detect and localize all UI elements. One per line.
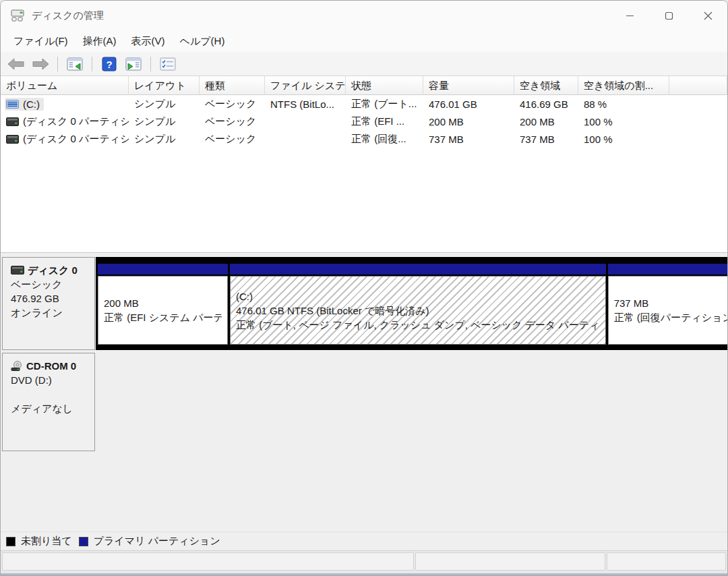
volume-name: (ディスク 0 パーティシ... bbox=[23, 133, 129, 146]
column-header-free-pct[interactable]: 空き領域の割... bbox=[578, 76, 669, 95]
graphical-view: ディスク 0 ベーシック 476.92 GB オンライン 200 MB 正常 (… bbox=[1, 253, 727, 550]
app-icon bbox=[10, 9, 25, 22]
column-header-volume[interactable]: ボリューム bbox=[1, 76, 129, 95]
cell-type: ベーシック bbox=[200, 130, 265, 148]
cell-free: 737 MB bbox=[514, 130, 578, 148]
disk0-name: ディスク 0 bbox=[28, 263, 78, 277]
primary-partition-swatch bbox=[79, 537, 88, 546]
cell-capacity: 737 MB bbox=[423, 130, 514, 148]
cdrom-row: CD-ROM 0 DVD (D:) メディアなし bbox=[2, 353, 726, 451]
efi-size: 200 MB bbox=[104, 296, 222, 310]
properties-icon[interactable] bbox=[158, 55, 178, 74]
cell-status: 正常 (EFI ... bbox=[346, 113, 423, 130]
unallocated-swatch bbox=[6, 537, 16, 546]
efi-status: 正常 (EFI システム パーティ bbox=[104, 310, 222, 324]
cdrom-info-card[interactable]: CD-ROM 0 DVD (D:) メディアなし bbox=[2, 353, 95, 451]
cell-fs bbox=[265, 113, 346, 130]
partition-icon bbox=[6, 117, 19, 126]
back-arrow-icon[interactable] bbox=[6, 55, 26, 74]
menu-view[interactable]: 表示(V) bbox=[124, 32, 173, 51]
column-header-capacity[interactable]: 容量 bbox=[423, 76, 514, 95]
status-pane-right bbox=[607, 552, 726, 571]
volume-row-c[interactable]: (C:) シンプル ベーシック NTFS (BitLo... 正常 (ブート..… bbox=[1, 95, 727, 113]
recovery-status: 正常 (回復パーティション) bbox=[614, 310, 728, 324]
menu-bar: ファイル(F) 操作(A) 表示(V) ヘルプ(H) bbox=[1, 30, 727, 52]
cell-pct: 88 % bbox=[578, 95, 669, 113]
status-bar bbox=[1, 550, 727, 573]
cell-type: ベーシック bbox=[200, 113, 265, 130]
partition-color-band bbox=[608, 264, 728, 275]
cell-free: 416.69 GB bbox=[514, 95, 578, 113]
forward-arrow-icon[interactable] bbox=[30, 55, 51, 74]
primary-partition-label: プライマリ パーティション bbox=[94, 535, 220, 548]
c-label: (C:) bbox=[236, 289, 600, 304]
disk0-partition-strip: 200 MB 正常 (EFI システム パーティ (C:) 476.01 GB … bbox=[96, 257, 728, 350]
help-icon[interactable]: ? bbox=[99, 55, 119, 74]
column-header-status[interactable]: 状態 bbox=[346, 76, 423, 95]
c-status: 正常 (ブート, ページ ファイル, クラッシュ ダンプ, ベーシック データ … bbox=[236, 318, 600, 332]
volume-name: (C:) bbox=[23, 98, 40, 110]
column-header-type[interactable]: 種類 bbox=[200, 76, 265, 95]
cell-layout: シンプル bbox=[129, 95, 200, 113]
toolbar-separator bbox=[57, 57, 58, 71]
partition-recovery[interactable]: 737 MB 正常 (回復パーティション) bbox=[608, 264, 728, 345]
console-tree-icon[interactable] bbox=[65, 55, 85, 74]
cell-pct: 100 % bbox=[578, 130, 669, 148]
minimize-button[interactable] bbox=[610, 1, 649, 30]
svg-text:?: ? bbox=[106, 58, 112, 69]
volume-name: (ディスク 0 パーティシ... bbox=[23, 115, 129, 128]
menu-action[interactable]: 操作(A) bbox=[75, 32, 124, 51]
toolbar-separator bbox=[92, 57, 92, 71]
cell-status: 正常 (ブート... bbox=[346, 95, 423, 113]
disk0-info-card[interactable]: ディスク 0 ベーシック 476.92 GB オンライン bbox=[2, 257, 95, 350]
disk0-row: ディスク 0 ベーシック 476.92 GB オンライン 200 MB 正常 (… bbox=[2, 257, 726, 350]
partition-color-band bbox=[98, 264, 228, 275]
window-bottom-edge bbox=[1, 573, 727, 575]
disk-icon bbox=[11, 266, 24, 275]
cell-fs bbox=[265, 130, 346, 148]
volume-row-partition2[interactable]: (ディスク 0 パーティシ... シンプル ベーシック 正常 (回復... 73… bbox=[1, 130, 727, 148]
cell-fs: NTFS (BitLo... bbox=[265, 95, 346, 113]
column-header-free[interactable]: 空き領域 bbox=[514, 76, 578, 95]
cell-free: 200 MB bbox=[514, 113, 578, 130]
console-detail-icon[interactable] bbox=[123, 55, 144, 74]
cdrom-device: DVD (D:) bbox=[11, 373, 88, 387]
legend-bar: 未割り当て プライマリ パーティション bbox=[1, 531, 727, 550]
disk0-size: 476.92 GB bbox=[11, 291, 88, 306]
cell-capacity: 476.01 GB bbox=[423, 95, 514, 113]
cell-layout: シンプル bbox=[129, 130, 200, 148]
partition-efi[interactable]: 200 MB 正常 (EFI システム パーティ bbox=[98, 264, 228, 345]
cdrom-icon bbox=[11, 361, 23, 372]
volume-list-header: ボリューム レイアウト 種類 ファイル システム 状態 容量 空き領域 空き領域… bbox=[1, 76, 727, 95]
title-bar: ディスクの管理 bbox=[1, 1, 727, 30]
partition-icon bbox=[6, 135, 19, 144]
column-header-layout[interactable]: レイアウト bbox=[129, 76, 200, 95]
cell-capacity: 200 MB bbox=[423, 113, 514, 130]
volume-row-partition1[interactable]: (ディスク 0 パーティシ... シンプル ベーシック 正常 (EFI ... … bbox=[1, 113, 727, 130]
unallocated-label: 未割り当て bbox=[21, 535, 72, 548]
cell-status: 正常 (回復... bbox=[346, 130, 423, 148]
cdrom-empty-area bbox=[95, 353, 726, 451]
maximize-button[interactable] bbox=[649, 1, 688, 30]
menu-help[interactable]: ヘルプ(H) bbox=[173, 32, 233, 51]
disk0-type: ベーシック bbox=[11, 277, 88, 291]
column-header-filesystem[interactable]: ファイル システム bbox=[265, 76, 346, 95]
toolbar: ? bbox=[1, 52, 727, 76]
c-size-fs: 476.01 GB NTFS (BitLocker で暗号化済み) bbox=[236, 304, 600, 318]
cell-type: ベーシック bbox=[200, 95, 265, 113]
column-header-empty bbox=[669, 76, 727, 95]
cell-layout: シンプル bbox=[129, 113, 200, 130]
close-button[interactable] bbox=[688, 1, 727, 30]
partition-color-band bbox=[230, 264, 606, 275]
cdrom-media: メディアなし bbox=[11, 401, 88, 415]
window-title: ディスクの管理 bbox=[32, 9, 104, 22]
cell-pct: 100 % bbox=[578, 113, 669, 130]
cdrom-name: CD-ROM 0 bbox=[26, 359, 76, 373]
volume-c-drive-icon bbox=[6, 100, 19, 109]
status-pane-middle bbox=[415, 552, 605, 571]
toolbar-separator bbox=[150, 57, 151, 71]
status-pane-left bbox=[2, 552, 414, 571]
disk-management-window: ディスクの管理 ファイル(F) 操作(A) 表示(V) ヘルプ(H) bbox=[0, 0, 728, 576]
menu-file[interactable]: ファイル(F) bbox=[6, 32, 75, 51]
partition-c[interactable]: (C:) 476.01 GB NTFS (BitLocker で暗号化済み) 正… bbox=[230, 264, 606, 345]
